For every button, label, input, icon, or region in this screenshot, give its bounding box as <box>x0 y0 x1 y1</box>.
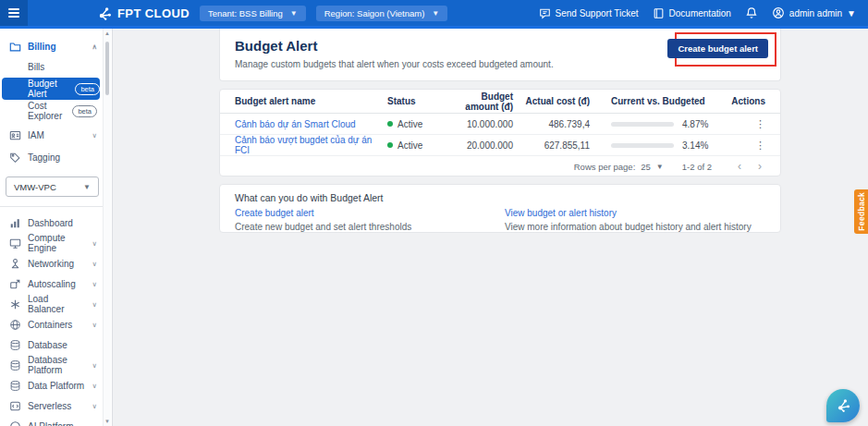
budget-alert-name-link[interactable]: Cảnh báo vượt bugdet của dự án FCI <box>235 135 387 155</box>
vpc-selector[interactable]: VMW-VPC ▼ <box>6 176 99 197</box>
active-status-dot <box>387 142 393 148</box>
chevron-down-icon: ∨ <box>92 300 98 309</box>
kebab-menu-icon[interactable]: ⋮ <box>755 140 765 151</box>
sidebar-item-data-platform[interactable]: Data Platform ∨ <box>0 375 104 396</box>
notifications-button[interactable] <box>745 6 758 19</box>
sidebar-item-label: Networking <box>28 259 74 269</box>
vpc-selector-value: VMW-VPC <box>14 182 56 192</box>
navbar-right-group: Send Support Ticket Documentation admin … <box>539 6 868 19</box>
chevron-down-icon: ∨ <box>92 239 98 248</box>
sidebar-item-tagging[interactable]: Tagging <box>0 147 104 167</box>
table-row: Cảnh báo vượt bugdet của dự án FCI Activ… <box>220 135 780 156</box>
beta-badge: beta <box>75 83 100 95</box>
sidebar-item-load-balancer[interactable]: Load Balancer ∨ <box>0 294 104 314</box>
user-avatar-icon <box>772 6 785 19</box>
sidebar-item-dashboard[interactable]: Dashboard <box>0 213 104 233</box>
chevron-down-icon: ∨ <box>92 280 98 288</box>
kebab-menu-icon[interactable]: ⋮ <box>755 118 765 129</box>
table-row: Cảnh báo dự án Smart Cloud Active 10.000… <box>220 114 780 135</box>
logo-text: FPT CLOUD <box>117 6 189 20</box>
sidebar-item-compute-engine[interactable]: Compute Engine ∨ <box>0 233 104 253</box>
circle-icon <box>9 420 21 426</box>
col-actions: Actions <box>717 96 765 106</box>
chat-support-fab[interactable] <box>826 389 860 422</box>
feedback-tab[interactable]: Feedback <box>854 189 868 234</box>
hamburger-menu-icon[interactable] <box>0 0 28 26</box>
next-page-button[interactable]: › <box>752 160 767 173</box>
load-balancer-icon <box>9 298 21 310</box>
sidebar-item-label: Containers <box>28 320 72 330</box>
create-budget-alert-button[interactable]: Create budget alert <box>667 39 768 58</box>
progress-cell: 3.14% <box>590 140 717 151</box>
sidebar-item-label: Cost Explorer <box>28 101 62 121</box>
sidebar-item-label: Load Balancer <box>28 294 86 314</box>
sidebar-item-label: Compute Engine <box>28 233 86 253</box>
fpt-cloud-console: FPT CLOUD Tenant: BSS Billing ▼ Region: … <box>0 0 868 426</box>
chevron-down-icon: ∨ <box>92 260 98 268</box>
book-icon <box>653 7 665 19</box>
budget-alert-name-link[interactable]: Cảnh báo dự án Smart Cloud <box>235 119 387 129</box>
sidebar-item-label: Bills <box>28 62 44 72</box>
table-header-row: Budget alert name Status Budget amount (… <box>220 90 780 114</box>
tenant-selector[interactable]: Tenant: BSS Billing ▼ <box>200 6 306 21</box>
region-selector-label: Region: Saigon (Vietnam) <box>324 8 425 18</box>
help-card: What can you do with Budget Alert Create… <box>219 184 781 233</box>
chevron-down-icon: ▼ <box>656 163 664 171</box>
sidebar-item-database[interactable]: Database <box>0 335 104 355</box>
autoscale-icon <box>9 278 21 290</box>
tenant-selector-label: Tenant: BSS Billing <box>208 8 283 18</box>
actions-cell: ⋮ <box>717 140 765 152</box>
documentation-button[interactable]: Documentation <box>653 7 731 19</box>
sidebar-divider <box>0 206 104 207</box>
sidebar-item-label: Billing <box>28 42 56 52</box>
rows-per-page-select[interactable]: 25 ▼ <box>641 162 664 172</box>
rows-per-page-value: 25 <box>641 162 651 172</box>
budget-alert-table-card: Budget alert name Status Budget amount (… <box>219 89 781 176</box>
scrollbar-thumb[interactable] <box>105 42 109 95</box>
chevron-down-icon: ▼ <box>83 183 91 191</box>
sidebar-item-bills[interactable]: Bills <box>0 56 104 77</box>
page-title: Budget Alert <box>235 38 317 54</box>
chevron-down-icon: ∨ <box>92 402 98 410</box>
sidebar-item-budget-alert[interactable]: Budget Alert beta <box>2 78 100 100</box>
sidebar-item-autoscaling[interactable]: Autoscaling ∨ <box>0 274 104 294</box>
sidebar-item-label: Database Platform <box>28 355 86 375</box>
sidebar-item-label: Dashboard <box>28 218 73 228</box>
status-badge: Active <box>387 119 456 129</box>
col-current-vs-budgeted: Current vs. Budgeted <box>590 96 717 106</box>
sidebar-item-cost-explorer[interactable]: Cost Explorer beta <box>0 101 104 121</box>
actual-cost-value: 486.739,4 <box>513 119 590 129</box>
create-budget-alert-link[interactable]: Create budget alert <box>235 208 411 218</box>
sidebar-item-billing[interactable]: Billing ∧ <box>0 36 104 56</box>
scroll-up-arrow-icon[interactable]: ▲ <box>104 30 111 36</box>
previous-page-button[interactable]: ‹ <box>732 160 747 173</box>
chevron-down-icon: ▼ <box>290 9 298 18</box>
region-selector[interactable]: Region: Saigon (Vietnam) ▼ <box>316 6 448 21</box>
sidebar-scrollbar[interactable]: ▲ ▼ <box>103 29 111 426</box>
chevron-down-icon: ∨ <box>92 131 98 140</box>
sidebar-item-label: Database <box>28 340 67 350</box>
feedback-label: Feedback <box>857 192 866 231</box>
send-support-ticket-button[interactable]: Send Support Ticket <box>539 7 639 19</box>
progress-bar <box>611 122 674 127</box>
molecule-logo-icon <box>97 6 113 21</box>
sidebar-item-containers[interactable]: Containers ∨ <box>0 314 104 335</box>
sidebar-item-label: Serverless <box>28 401 71 411</box>
chevron-up-icon: ∧ <box>92 43 98 51</box>
sidebar-item-database-platform[interactable]: Database Platform ∨ <box>0 355 104 375</box>
view-history-link[interactable]: View budget or alert history <box>505 208 752 218</box>
scroll-down-arrow-icon[interactable]: ▼ <box>104 419 111 424</box>
sidebar-item-networking[interactable]: Networking ∨ <box>0 253 104 274</box>
status-badge: Active <box>387 140 456 151</box>
col-budget-amount: Budget amount (đ) <box>456 91 513 112</box>
folder-icon <box>9 41 21 53</box>
col-actual-cost: Actual cost (đ) <box>513 96 590 106</box>
bar-chart-icon <box>9 217 21 229</box>
user-menu[interactable]: admin admin ▼ <box>772 6 856 19</box>
budget-amount-value: 20.000.000 <box>456 140 513 151</box>
sidebar-item-serverless[interactable]: Serverless ∨ <box>0 396 104 416</box>
budget-amount-value: 10.000.000 <box>456 119 513 129</box>
sidebar-item-iam[interactable]: IAM ∨ <box>0 125 104 145</box>
col-budget-alert-name: Budget alert name <box>235 96 387 106</box>
sidebar-item-ai-platform[interactable]: AI Platform <box>0 416 104 426</box>
